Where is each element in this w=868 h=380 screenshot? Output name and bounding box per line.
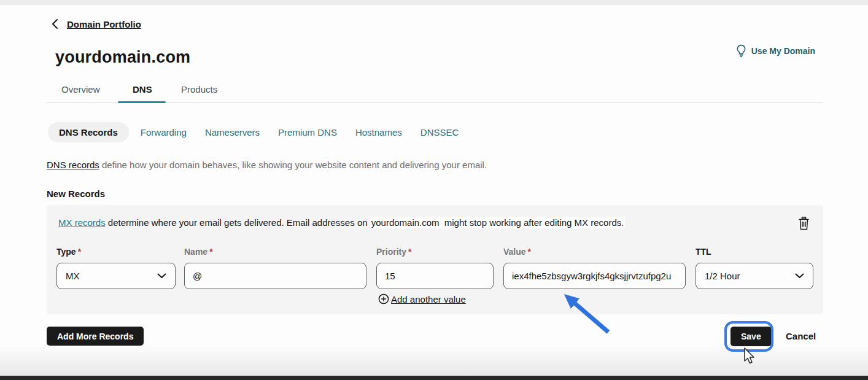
mx-records-link[interactable]: MX records [58, 217, 106, 228]
tab-products[interactable]: Products [181, 84, 217, 95]
lightbulb-icon [736, 44, 746, 58]
breadcrumb[interactable]: Domain Portfolio [52, 18, 141, 29]
use-my-domain-button[interactable]: Use My Domain [736, 44, 815, 58]
chevron-down-icon [157, 273, 166, 279]
window-bottom-edge [0, 376, 868, 380]
priority-input[interactable] [377, 271, 493, 281]
add-another-value-label: Add another value [391, 294, 466, 304]
name-field-box [184, 263, 366, 289]
window-top-edge [0, 0, 868, 5]
chevron-down-icon [795, 273, 804, 279]
type-label: Type* [56, 247, 81, 257]
add-more-records-button[interactable]: Add More Records [47, 327, 144, 346]
tab-dns[interactable]: DNS [133, 84, 152, 95]
value-label: Value* [503, 247, 531, 257]
name-label: Name* [184, 247, 213, 257]
required-asterisk: * [408, 247, 411, 257]
value-input[interactable] [504, 271, 685, 281]
ttl-label: TTL [696, 247, 711, 257]
required-asterisk: * [209, 247, 212, 257]
delete-record-button[interactable] [795, 215, 812, 232]
warning-domain: yourdomain.com [370, 217, 441, 228]
use-my-domain-label: Use My Domain [751, 46, 815, 56]
section-title: New Records [47, 188, 105, 199]
chevron-left-icon [52, 18, 58, 29]
priority-label: Priority* [376, 247, 411, 257]
type-select-value: MX [66, 271, 80, 281]
active-tab-indicator [118, 101, 166, 103]
type-select[interactable]: MX [56, 263, 176, 289]
subtab-hostnames[interactable]: Hostnames [355, 127, 402, 138]
window-bottom-band [0, 347, 868, 376]
cancel-button[interactable]: Cancel [786, 331, 816, 341]
subtab-premium-dns[interactable]: Premium DNS [278, 127, 337, 138]
subtab-dns-records[interactable]: DNS Records [48, 122, 129, 142]
trash-icon [798, 217, 810, 230]
dns-subtabs: DNS Records Forwarding Nameservers Premi… [48, 122, 459, 142]
value-field-box [503, 263, 686, 289]
priority-field-box [376, 263, 494, 289]
required-asterisk: * [78, 247, 81, 257]
tab-overview[interactable]: Overview [61, 84, 100, 95]
mx-warning-text: MX records determine where your email ge… [58, 217, 764, 228]
save-button[interactable]: Save [730, 327, 772, 346]
required-asterisk: * [528, 247, 531, 257]
subtab-forwarding[interactable]: Forwarding [141, 127, 187, 138]
name-input[interactable] [185, 271, 366, 281]
dns-intro-rest: define how your domain behaves, like sho… [99, 160, 487, 170]
new-record-panel: MX records determine where your email ge… [47, 205, 823, 314]
add-another-value-link[interactable]: Add another value [378, 293, 466, 304]
warning-part2: might stop working after editing MX reco… [441, 217, 626, 228]
warning-part1: determine where your email gets delivere… [106, 217, 370, 228]
main-tabs: Overview DNS Products [47, 81, 823, 103]
ttl-select-value: 1/2 Hour [705, 271, 740, 281]
subtab-nameservers[interactable]: Nameservers [205, 127, 260, 138]
ttl-select[interactable]: 1/2 Hour [696, 263, 813, 289]
page-title: yourdomain.com [55, 48, 190, 67]
subtab-dnssec[interactable]: DNSSEC [420, 127, 459, 138]
plus-circle-icon [378, 293, 389, 304]
dns-records-link[interactable]: DNS records [47, 160, 99, 170]
dns-intro-text: DNS records define how your domain behav… [47, 160, 487, 170]
breadcrumb-link[interactable]: Domain Portfolio [67, 19, 141, 29]
